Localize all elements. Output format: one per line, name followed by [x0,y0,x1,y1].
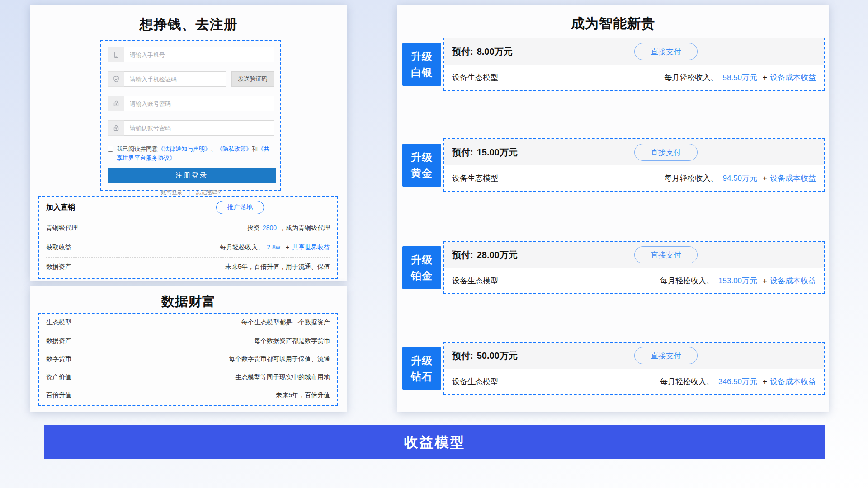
prepay-text: 预付:50.00万元 [452,350,518,362]
upgrade-title: 成为智能新贵 [397,5,829,33]
value-text: 投资 [247,224,260,231]
tier-content: 预付:8.00万元 直接支付 设备生态模型 每月轻松收入、58.50万元+设备成… [443,38,825,91]
badge-line: 升级 [411,150,433,165]
send-code-button[interactable]: 发送验证码 [231,71,274,87]
device-cost-income-link[interactable]: 设备成本收益 [770,73,816,82]
tier-badge: 升级 白银 [402,43,441,86]
register-title: 想挣钱、去注册 [30,5,347,34]
account-login-link[interactable]: 账号登录 [161,189,183,196]
row-label: 数据资产 [46,337,71,345]
income-text: 每月轻松收入、346.50万元+设备成本收益 [660,376,816,387]
direct-sales-row: 获取收益 每月轻松收入、2.8w+共享世界收益 [46,238,330,257]
tier-income-row: 设备生态模型 每月轻松收入、153.00万元+设备成本收益 [444,268,824,293]
tier-badge: 升级 铂金 [402,246,441,289]
model-label: 设备生态模型 [452,276,498,286]
prepay-amount: 8.00万元 [477,47,513,56]
register-submit-button[interactable]: 注册登录 [108,168,276,183]
tier-silver: 升级 白银 预付:8.00万元 直接支付 设备生态模型 每月轻松收入、58.50… [397,38,829,91]
prepay-text: 预付:28.00万元 [452,249,518,261]
agreement-prefix: 我已阅读并同意 [117,145,158,152]
password-input[interactable] [124,96,274,111]
income-plus: + [763,174,767,183]
income-plus: + [763,277,767,285]
row-label: 百倍升值 [46,391,71,399]
table-row: 数据资产 每个数据资产都是数字货币 [46,332,330,350]
agreement-checkbox[interactable] [108,146,113,152]
row-value: 未来5年，百倍升值 [276,391,330,399]
code-input[interactable] [124,71,226,87]
upgrade-card: 成为智能新贵 升级 白银 预付:8.00万元 直接支付 设备生态模型 每月轻松收… [397,5,829,412]
device-cost-income-link[interactable]: 设备成本收益 [770,277,816,285]
register-card: 想挣钱、去注册 发送验证码 [30,5,347,281]
phone-input[interactable] [124,47,274,62]
value-number: 2800 [263,224,277,231]
lock-icon [108,96,124,111]
direct-pay-button[interactable]: 直接支付 [634,43,698,60]
tier-prepay-row: 预付:28.00万元 直接支付 [444,242,824,268]
direct-sales-row: 青铜级代理 投资2800，成为青铜级代理 [46,218,330,238]
income-plus: + [763,73,767,82]
badge-line: 升级 [411,49,433,65]
promo-landing-button[interactable]: 推广落地 [216,201,264,214]
direct-sales-row: 数据资产 未来5年，百倍升值，用于流通、保值 [46,257,330,277]
income-prefix: 每月轻松收入、 [660,277,714,285]
tier-badge: 升级 钻石 [402,347,441,390]
prepay-text: 预付:8.00万元 [452,46,513,58]
table-row: 数字货币 每个数字货币都可以用于保值、流通 [46,350,330,368]
shared-world-income-link[interactable]: 共享世界收益 [292,244,330,251]
tier-content: 预付:15.00万元 直接支付 设备生态模型 每月轻松收入、94.50万元+设备… [443,138,825,192]
agreement-text: 我已阅读并同意《法律通知与声明》、《隐私政策》和《共享世界平台服务协议》 [117,145,274,163]
privacy-policy-link[interactable]: 《隐私政策》 [217,145,252,152]
tier-prepay-row: 预付:8.00万元 直接支付 [444,38,824,65]
direct-pay-button[interactable]: 直接支付 [634,144,698,161]
table-row: 生态模型 每个生态模型都是一个数据资产 [46,314,330,332]
row-label: 生态模型 [46,319,71,327]
direct-pay-button[interactable]: 直接支付 [634,246,698,263]
value-plus: + [286,244,289,251]
confirm-password-input[interactable] [124,120,274,136]
direct-pay-button[interactable]: 直接支付 [634,347,698,364]
tier-content: 预付:28.00万元 直接支付 设备生态模型 每月轻松收入、153.00万元+设… [443,241,825,294]
model-label: 设备生态模型 [452,173,498,183]
row-value: 未来5年，百倍升值，用于流通、保值 [225,263,330,271]
tier-content: 预付:50.00万元 直接支付 设备生态模型 每月轻松收入、346.50万元+设… [443,342,825,395]
tier-income-row: 设备生态模型 每月轻松收入、58.50万元+设备成本收益 [444,65,824,90]
table-row: 百倍升值 未来5年，百倍升值 [46,386,330,404]
tier-gold: 升级 黄金 预付:15.00万元 直接支付 设备生态模型 每月轻松收入、94.5… [397,138,829,192]
income-prefix: 每月轻松收入、 [665,174,718,183]
agreement-sep: 、 [211,145,217,152]
income-amount: 153.00万元 [718,277,757,285]
badge-line: 铂金 [411,268,433,284]
agreement-row: 我已阅读并同意《法律通知与声明》、《隐私政策》和《共享世界平台服务协议》 [108,145,274,163]
value-text: 未来5年，百倍升值，用于流通、保值 [225,263,330,270]
tier-diamond: 升级 钻石 预付:50.00万元 直接支付 设备生态模型 每月轻松收入、346.… [397,342,829,395]
tier-platinum: 升级 铂金 预付:28.00万元 直接支付 设备生态模型 每月轻松收入、153.… [397,241,829,294]
value-text: ，成为青铜级代理 [279,224,330,231]
row-label: 数字货币 [46,355,71,363]
income-text: 每月轻松收入、94.50万元+设备成本收益 [665,173,816,183]
device-cost-income-link[interactable]: 设备成本收益 [770,377,816,386]
direct-sales-panel: 加入直销 推广落地 青铜级代理 投资2800，成为青铜级代理 获取收益 每月轻松… [38,196,338,279]
income-amount: 94.50万元 [723,174,758,183]
code-input-row: 发送验证码 [108,71,274,87]
income-amount: 58.50万元 [723,73,758,82]
agreement-sep: 和 [252,145,258,152]
phone-icon [108,47,124,62]
forgot-password-link[interactable]: 忘记密码? [196,189,221,196]
legal-notice-link[interactable]: 《法律通知与声明》 [158,145,211,152]
tier-prepay-row: 预付:50.00万元 直接支付 [444,343,824,369]
tier-badge: 升级 黄金 [402,144,441,187]
tier-income-row: 设备生态模型 每月轻松收入、346.50万元+设备成本收益 [444,369,824,394]
model-label: 设备生态模型 [452,376,498,387]
prepay-label: 预付: [452,351,473,361]
links-divider: | [189,189,190,196]
income-text: 每月轻松收入、153.00万元+设备成本收益 [660,276,816,286]
row-label: 资产价值 [46,373,71,381]
row-label: 青铜级代理 [46,224,78,232]
prepay-label: 预付: [452,250,473,260]
income-text: 每月轻松收入、58.50万元+设备成本收益 [665,72,816,83]
device-cost-income-link[interactable]: 设备成本收益 [770,174,816,183]
data-wealth-card: 数据财富 生态模型 每个生态模型都是一个数据资产 数据资产 每个数据资产都是数字… [30,286,347,412]
badge-line: 白银 [411,65,433,80]
prepay-amount: 15.00万元 [477,147,518,157]
